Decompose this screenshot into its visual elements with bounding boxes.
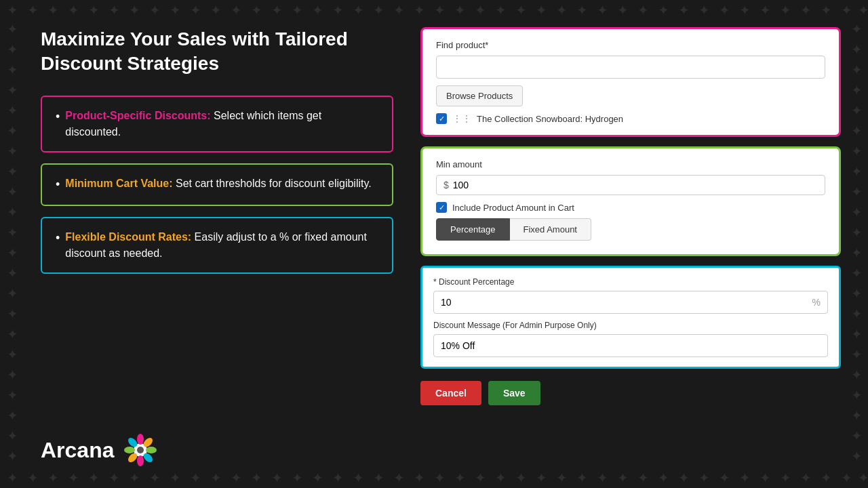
save-button[interactable]: Save <box>488 381 540 405</box>
bullet-icon: • <box>56 108 60 126</box>
discount-input-wrap: % <box>433 291 828 314</box>
discount-percentage-label: * Discount Percentage <box>433 277 828 287</box>
feature-title-product-specific: Product-Specific Discounts: <box>65 110 210 121</box>
include-product-label: Include Product Amount in Cart <box>452 203 574 213</box>
find-product-input[interactable] <box>436 56 825 79</box>
action-row: Cancel Save <box>420 381 841 405</box>
discount-card: * Discount Percentage % Discount Message… <box>420 266 841 369</box>
svg-point-131 <box>137 434 144 445</box>
discount-message-label: Discount Message (For Admin Purpose Only… <box>433 321 828 330</box>
left-panel: Maximize Your Sales with Tailored Discou… <box>41 27 393 468</box>
product-checkbox[interactable] <box>436 113 447 124</box>
min-amount-card: Min amount $ Include Product Amount in C… <box>420 146 841 256</box>
cancel-button[interactable]: Cancel <box>420 381 481 405</box>
feature-title-minimum-cart: Minimum Cart Value: <box>65 178 172 189</box>
feature-text-product-specific: Product-Specific Discounts: Select which… <box>65 108 378 140</box>
amount-input-wrap: $ <box>436 175 825 195</box>
include-product-row: Include Product Amount in Cart <box>436 202 825 213</box>
logo-icon <box>123 432 158 468</box>
product-name: The Collection Snowboard: Hydrogen <box>477 114 623 124</box>
logo-area: Arcana <box>41 419 393 468</box>
svg-point-135 <box>137 455 144 466</box>
svg-point-137 <box>124 447 135 453</box>
feature-text-minimum-cart: Minimum Cart Value: Set cart thresholds … <box>65 176 371 192</box>
feature-title-flexible-rates: Flexible Discount Rates: <box>65 231 191 243</box>
feature-box-flexible-rates: • Flexible Discount Rates: Easily adjust… <box>41 217 393 274</box>
discount-message-input[interactable] <box>433 334 828 357</box>
min-amount-label: Min amount <box>436 159 825 169</box>
main-content: Maximize Your Sales with Tailored Discou… <box>0 0 868 488</box>
feature-box-minimum-cart: • Minimum Cart Value: Set cart threshold… <box>41 163 393 206</box>
percentage-toggle-button[interactable]: Percentage <box>436 218 510 241</box>
product-item: ⋮⋮ The Collection Snowboard: Hydrogen <box>436 113 825 124</box>
bullet-icon-3: • <box>56 229 60 247</box>
logo-text: Arcana <box>41 438 115 463</box>
min-amount-input[interactable] <box>453 180 818 190</box>
drag-icon: ⋮⋮ <box>452 113 471 124</box>
bullet-icon-2: • <box>56 176 60 194</box>
feature-text-flexible-rates: Flexible Discount Rates: Easily adjust t… <box>65 229 378 262</box>
svg-point-140 <box>137 447 144 453</box>
percentage-symbol: % <box>812 297 821 308</box>
svg-point-133 <box>146 447 157 453</box>
feature-box-product-specific: • Product-Specific Discounts: Select whi… <box>41 96 393 152</box>
include-product-checkbox[interactable] <box>436 202 447 213</box>
right-panel: Find product* Browse Products ⋮⋮ The Col… <box>420 27 841 468</box>
headline: Maximize Your Sales with Tailored Discou… <box>41 27 393 77</box>
discount-type-toggle: Percentage Fixed Amount <box>436 218 825 241</box>
discount-percentage-input[interactable] <box>441 297 808 308</box>
currency-symbol: $ <box>443 180 449 190</box>
find-product-card: Find product* Browse Products ⋮⋮ The Col… <box>420 27 841 137</box>
find-product-label: Find product* <box>436 40 825 50</box>
fixed-amount-toggle-button[interactable]: Fixed Amount <box>510 218 592 241</box>
browse-products-button[interactable]: Browse Products <box>436 85 523 106</box>
